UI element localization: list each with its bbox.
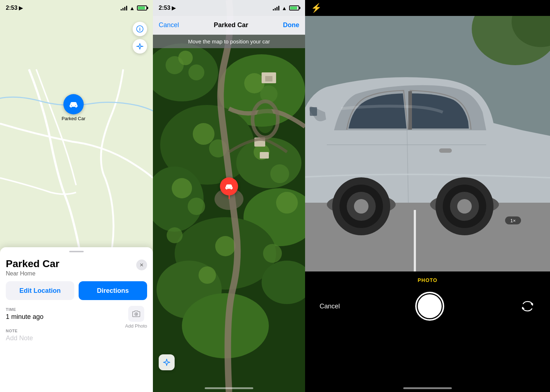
status-time-2: 2:53 ▶ [159, 5, 176, 11]
home-indicator-3 [403, 387, 452, 389]
battery-icon-2 [289, 5, 299, 10]
note-label: NOTE [6, 329, 147, 333]
note-section: NOTE Add Note [6, 329, 147, 342]
status-bar-3: ⚡ [305, 0, 550, 16]
close-button[interactable]: ✕ [136, 260, 147, 270]
note-placeholder[interactable]: Add Note [6, 334, 147, 342]
svg-rect-41 [414, 210, 416, 271]
cancel-button[interactable]: Cancel [159, 21, 179, 29]
svg-rect-46 [310, 107, 317, 116]
svg-rect-35 [260, 152, 269, 159]
flash-icon[interactable]: ⚡ [311, 3, 322, 13]
maps-panel: 2:53 ▶ ▲ i [0, 0, 153, 392]
status-right: ▲ [121, 5, 147, 11]
sheet-title-block: Parked Car Near Home [6, 258, 59, 277]
wifi-icon-2: ▲ [282, 5, 287, 11]
svg-point-30 [263, 244, 282, 263]
car-photo [305, 0, 550, 271]
pin-tail [229, 195, 230, 199]
svg-point-27 [276, 192, 298, 214]
svg-point-18 [188, 64, 204, 80]
parked-car-sheet: Parked Car Near Home ✕ Edit Location Dir… [0, 247, 153, 392]
edit-location-button[interactable]: Edit Location [6, 281, 74, 300]
time-label: TIME [6, 307, 43, 312]
home-indicator-2 [205, 387, 253, 389]
battery-icon [137, 5, 147, 10]
sheet-title: Parked Car [6, 258, 59, 270]
location-arrow-2: ▶ [172, 5, 176, 11]
svg-point-37 [256, 106, 274, 133]
signal-bars [121, 5, 127, 10]
position-hint: Move the map to position your car [153, 35, 305, 48]
svg-point-29 [215, 236, 236, 256]
sheet-header: Parked Car Near Home ✕ [6, 258, 147, 281]
action-buttons: Edit Location Directions [6, 281, 147, 300]
camera-panel: ⚡ [305, 0, 550, 392]
map-controls: i [133, 22, 147, 54]
satellite-map-panel: 2:53 ▶ ▲ Cancel Parked Car Done [153, 0, 305, 392]
nav-bar: 2:53 ▶ ▲ Cancel Parked Car Done [153, 0, 305, 35]
status-bar-2: 2:53 ▶ ▲ [153, 0, 305, 16]
zoom-text: 1× [511, 218, 516, 223]
location-button-2[interactable] [159, 354, 175, 370]
flip-camera-button[interactable] [520, 298, 536, 314]
time-section: TIME 1 minute ago [6, 307, 43, 321]
svg-rect-33 [265, 76, 272, 81]
svg-point-24 [270, 164, 289, 183]
red-car-pin [220, 177, 238, 199]
signal-bars-2 [273, 5, 279, 10]
add-photo-label: Add Photo [125, 323, 147, 329]
svg-text:i: i [139, 26, 141, 32]
wifi-icon: ▲ [129, 5, 135, 11]
location-button[interactable] [133, 39, 147, 54]
status-time: 2:53 ▶ [6, 5, 23, 11]
red-pin-circle [220, 177, 238, 195]
svg-point-31 [199, 266, 216, 284]
nav-title: Parked Car [214, 21, 248, 29]
svg-point-17 [178, 51, 193, 65]
svg-point-9 [236, 138, 301, 188]
status-bar: 2:53 ▶ ▲ [0, 0, 153, 16]
camera-viewfinder: 1× [305, 0, 550, 271]
done-button[interactable]: Done [283, 21, 299, 29]
car-pin-circle [63, 94, 84, 114]
cancel-camera-button[interactable]: Cancel [320, 303, 340, 310]
location-arrow-icon: ▶ [19, 5, 23, 11]
directions-button[interactable]: Directions [79, 281, 147, 300]
add-photo-button[interactable]: Add Photo [125, 306, 147, 329]
camera-icon [128, 306, 144, 322]
svg-point-25 [172, 178, 192, 198]
svg-point-21 [193, 123, 214, 145]
svg-rect-44 [408, 91, 412, 130]
time-value: 1 minute ago [6, 313, 43, 321]
parked-car-pin[interactable]: Parked Car [62, 94, 86, 121]
svg-rect-45 [439, 148, 452, 153]
svg-point-28 [167, 227, 183, 243]
parked-car-label: Parked Car [62, 116, 86, 121]
time-photo-row: TIME 1 minute ago Add Photo [6, 307, 147, 329]
svg-point-26 [188, 198, 205, 215]
photo-mode-label: PHOTO [418, 277, 438, 283]
shutter-button[interactable] [415, 292, 444, 321]
status-right-2: ▲ [273, 5, 299, 11]
nav-bar-content: Cancel Parked Car Done [153, 16, 305, 35]
svg-point-4 [136, 313, 137, 315]
sheet-handle [69, 251, 84, 252]
svg-point-52 [354, 199, 368, 214]
camera-controls: PHOTO Cancel [305, 271, 550, 392]
shutter-inner [418, 294, 442, 318]
zoom-indicator[interactable]: 1× [505, 216, 521, 224]
sheet-subtitle: Near Home [6, 270, 59, 277]
svg-point-56 [457, 199, 472, 214]
info-button[interactable]: i [133, 22, 147, 36]
camera-bottom-row: Cancel [305, 292, 550, 321]
